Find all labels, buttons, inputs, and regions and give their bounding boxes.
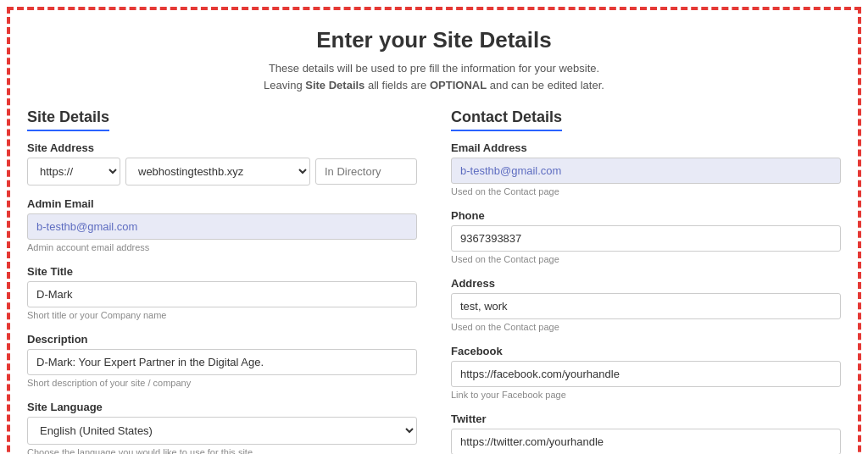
- site-address-row: https:// http:// webhostingtesthb.xyz: [27, 158, 417, 185]
- twitter-label: Twitter: [451, 412, 841, 425]
- protocol-select[interactable]: https:// http://: [27, 158, 120, 185]
- page-subtitle: These details will be used to pre fill t…: [27, 60, 841, 93]
- site-address-group: Site Address https:// http:// webhosting…: [27, 141, 417, 185]
- site-details-title: Site Details: [27, 108, 109, 131]
- admin-email-input[interactable]: [27, 213, 417, 240]
- subtitle-leaving: Leaving: [264, 79, 305, 91]
- site-title-input[interactable]: [27, 281, 417, 307]
- facebook-label: Facebook: [451, 345, 841, 357]
- directory-input[interactable]: [315, 158, 417, 185]
- facebook-hint: Link to your Facebook page: [451, 390, 566, 400]
- page-title: Enter your Site Details: [27, 27, 841, 53]
- description-hint: Short description of your site / company: [27, 378, 191, 388]
- subtitle-end: and can be edited later.: [487, 79, 604, 91]
- description-group: Description Short description of your si…: [27, 333, 417, 389]
- subtitle-optional: OPTIONAL: [430, 79, 487, 91]
- site-language-select[interactable]: English (United States) English (UK) Fre…: [27, 417, 417, 445]
- site-title-group: Site Title Short title or your Company n…: [27, 265, 417, 321]
- domain-select[interactable]: webhostingtesthb.xyz: [125, 158, 310, 185]
- contact-email-hint: Used on the Contact page: [451, 186, 559, 197]
- contact-details-title: Contact Details: [451, 108, 562, 131]
- address-input[interactable]: [451, 293, 841, 319]
- site-language-hint: Choose the language you would like to us…: [27, 447, 253, 454]
- twitter-group: Twitter Link to your Twitter profile: [451, 412, 841, 454]
- site-address-label: Site Address: [27, 141, 417, 154]
- contact-email-label: Email Address: [451, 141, 841, 154]
- phone-label: Phone: [451, 209, 841, 222]
- admin-email-hint: Admin account email address: [27, 242, 149, 252]
- admin-email-label: Admin Email: [27, 197, 417, 210]
- subtitle-site-details: Site Details: [305, 79, 364, 91]
- phone-input[interactable]: [451, 225, 841, 252]
- contact-email-input[interactable]: [451, 158, 841, 184]
- site-title-label: Site Title: [27, 265, 417, 278]
- phone-group: Phone Used on the Contact page: [451, 209, 841, 265]
- site-details-column: Site Details Site Address https:// http:…: [27, 108, 417, 454]
- description-input[interactable]: [27, 349, 417, 375]
- site-language-group: Site Language English (United States) En…: [27, 401, 417, 454]
- facebook-input[interactable]: [451, 361, 841, 387]
- twitter-input[interactable]: [451, 429, 841, 454]
- site-language-label: Site Language: [27, 401, 417, 413]
- admin-email-group: Admin Email Admin account email address: [27, 197, 417, 253]
- address-label: Address: [451, 277, 841, 290]
- site-title-hint: Short title or your Company name: [27, 310, 166, 320]
- description-label: Description: [27, 333, 417, 346]
- facebook-group: Facebook Link to your Facebook page: [451, 345, 841, 401]
- subtitle-all-fields: all fields are: [364, 79, 430, 91]
- contact-email-group: Email Address Used on the Contact page: [451, 141, 841, 197]
- contact-details-column: Contact Details Email Address Used on th…: [451, 108, 841, 454]
- main-container: Enter your Site Details These details wi…: [7, 7, 861, 454]
- address-hint: Used on the Contact page: [451, 322, 559, 332]
- two-column-layout: Site Details Site Address https:// http:…: [27, 108, 841, 454]
- address-group: Address Used on the Contact page: [451, 277, 841, 333]
- subtitle-line1: These details will be used to pre fill t…: [269, 62, 599, 75]
- phone-hint: Used on the Contact page: [451, 254, 559, 264]
